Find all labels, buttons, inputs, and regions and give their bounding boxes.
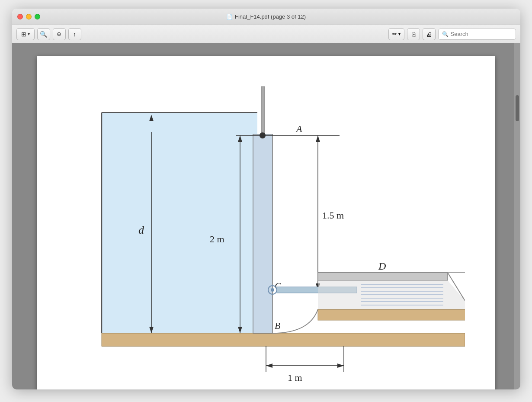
label-2m: 2 m — [210, 234, 224, 244]
print-button[interactable]: 🖨 — [423, 28, 436, 40]
svg-marker-35 — [266, 363, 272, 368]
annotation-dropdown-icon: ▾ — [398, 32, 401, 36]
svg-rect-33 — [318, 309, 465, 320]
print-icon: 🖨 — [426, 31, 432, 38]
titlebar: 📄 Final_F14.pdf (page 3 of 12) — [12, 9, 520, 25]
pdf-page: A 1.5 m C B — [37, 56, 495, 389]
label-1m: 1 m — [288, 372, 302, 383]
window-title: 📄 Final_F14.pdf (page 3 of 12) — [226, 13, 306, 20]
label-1-5m: 1.5 m — [322, 210, 344, 221]
zoom-in-button[interactable]: ⊕ — [53, 28, 66, 40]
copy-icon: ⎘ — [412, 31, 415, 38]
close-button[interactable] — [17, 14, 23, 19]
svg-point-19 — [271, 288, 274, 292]
search-box[interactable]: 🔍 — [438, 29, 516, 40]
sidebar-icon: ⊞ — [21, 31, 26, 38]
svg-rect-5 — [253, 134, 272, 333]
label-D: D — [378, 260, 386, 272]
sidebar-button[interactable]: ⊞ ▾ — [16, 28, 35, 40]
title-text: Final_F14.pdf (page 3 of 12) — [235, 13, 306, 20]
search-input[interactable] — [451, 31, 512, 37]
fluid-mechanics-diagram: A 1.5 m C B — [67, 65, 465, 385]
label-B: B — [275, 320, 280, 331]
traffic-lights — [17, 14, 40, 19]
svg-rect-6 — [261, 87, 265, 136]
share-icon: ↑ — [73, 31, 76, 38]
scrollbar-track[interactable] — [514, 43, 520, 389]
app-window: 📄 Final_F14.pdf (page 3 of 12) ⊞ ▾ 🔍 ⊕ ↑… — [12, 9, 520, 389]
svg-rect-21 — [318, 273, 448, 280]
svg-rect-0 — [102, 113, 257, 333]
document-icon: 📄 — [226, 14, 233, 20]
diagram-container: A 1.5 m C B — [37, 56, 495, 389]
svg-marker-10 — [316, 135, 320, 142]
svg-rect-1 — [102, 333, 465, 346]
content-area: A 1.5 m C B — [12, 43, 520, 389]
label-A: A — [295, 123, 302, 134]
scrollbar-thumb[interactable] — [516, 95, 519, 121]
sidebar-chevron-icon: ▾ — [28, 32, 30, 36]
copy-button[interactable]: ⎘ — [407, 28, 420, 40]
search-icon: 🔍 — [442, 31, 449, 37]
toolbar: ⊞ ▾ 🔍 ⊕ ↑ ✏ ▾ ⎘ 🖨 🔍 — [12, 25, 520, 43]
maximize-button[interactable] — [35, 14, 40, 19]
zoom-in-icon: ⊕ — [57, 31, 61, 37]
label-d: d — [138, 224, 144, 236]
zoom-out-icon: 🔍 — [40, 31, 47, 38]
share-button[interactable]: ↑ — [68, 28, 81, 40]
pen-icon: ✏ — [392, 31, 397, 37]
annotation-button[interactable]: ✏ ▾ — [388, 28, 404, 40]
minimize-button[interactable] — [26, 14, 32, 19]
zoom-out-button[interactable]: 🔍 — [37, 28, 50, 40]
svg-marker-36 — [337, 363, 344, 368]
